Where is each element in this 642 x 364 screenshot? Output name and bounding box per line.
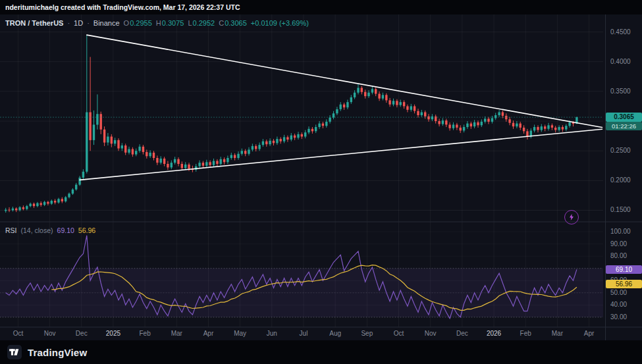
- change-value: +0.0109 (+3.69%): [251, 19, 309, 27]
- time-axis-label: Feb: [139, 330, 150, 337]
- separator-dot: ·: [87, 19, 90, 27]
- time-axis-label: Mar: [552, 330, 563, 337]
- close-value: 0.3065: [225, 19, 247, 27]
- rsi-axis-label: 80.00: [610, 252, 627, 260]
- trendline-upper[interactable]: [87, 35, 602, 127]
- time-axis-label: 2026: [487, 330, 501, 337]
- time-axis[interactable]: OctNovDec2025FebMarAprMayJunJulAugSepOct…: [0, 327, 642, 340]
- rsi-ma-badge: 56.96: [606, 280, 642, 288]
- time-axis-label: Dec: [456, 330, 468, 337]
- time-axis-label: Nov: [425, 330, 437, 337]
- price-axis-label: 0.2500: [610, 147, 631, 155]
- rsi-value: 69.10: [57, 226, 74, 234]
- rsi-axis-label: 40.00: [610, 301, 627, 309]
- footer: TradingView: [0, 340, 642, 364]
- ohlc-close: C0.3065: [219, 19, 247, 27]
- price-axis-label: 0.4000: [610, 58, 631, 66]
- symbol-title[interactable]: TRON / TetherUS: [5, 19, 63, 27]
- rsi-value-badge: 69.10: [606, 265, 642, 274]
- open-label: O: [124, 19, 130, 27]
- time-axis-label: Oct: [13, 330, 24, 337]
- tradingview-wordmark[interactable]: TradingView: [28, 347, 87, 358]
- close-label: C: [219, 19, 224, 27]
- separator-dot: ·: [67, 19, 70, 27]
- rsi-params: (14, close): [21, 226, 53, 234]
- symbol-header: TRON / TetherUS · 1D · Binance O0.2955 H…: [5, 19, 309, 27]
- low-value: 0.2952: [193, 19, 215, 27]
- attribution-bar: nderitumichaelg created with TradingView…: [0, 0, 642, 14]
- lightning-icon: [568, 213, 575, 221]
- boost-icon[interactable]: [564, 210, 579, 224]
- time-axis-label: Apr: [203, 330, 214, 337]
- time-axis-label: Feb: [520, 330, 531, 337]
- chart-area: TRON / TetherUS · 1D · Binance O0.2955 H…: [0, 14, 642, 340]
- tradingview-chart-export: nderitumichaelg created with TradingView…: [0, 0, 642, 364]
- time-axis-label: Sep: [361, 330, 373, 337]
- price-axis-label: 0.1500: [610, 206, 631, 214]
- time-axis-label: Apr: [584, 330, 595, 337]
- time-axis-label: 2025: [106, 330, 120, 337]
- interval-label[interactable]: 1D: [74, 19, 83, 27]
- rsi-axis-label: 30.00: [610, 313, 627, 321]
- exchange-label: Binance: [94, 19, 120, 27]
- rsi-indicator-title[interactable]: RSI: [5, 226, 17, 234]
- price-axis-label: 0.4500: [610, 28, 631, 36]
- ohlc-open: O0.2955: [124, 19, 152, 27]
- price-axis-label: 0.3500: [610, 88, 631, 95]
- time-axis-label: Mar: [171, 330, 182, 337]
- ohlc-low: L0.2952: [188, 19, 215, 27]
- high-value: 0.3075: [162, 19, 184, 27]
- rsi-axis-label: 50.00: [610, 289, 627, 297]
- time-axis-label: Jun: [267, 330, 277, 337]
- time-axis-label: Jul: [300, 330, 308, 337]
- time-axis-label: Oct: [394, 330, 404, 337]
- rsi-axis-label: 100.00: [610, 228, 631, 236]
- high-label: H: [156, 19, 161, 27]
- rsi-ma-value: 56.96: [78, 226, 95, 234]
- time-axis-label: Dec: [76, 330, 88, 337]
- price-axis-label: 0.2000: [610, 176, 631, 184]
- rsi-header: RSI (14, close) 69.10 56.96: [5, 226, 95, 234]
- low-label: L: [188, 19, 192, 27]
- time-axis-label: May: [234, 330, 246, 337]
- time-axis-label: Nov: [44, 330, 56, 337]
- open-value: 0.2955: [130, 19, 152, 27]
- countdown-badge: 01:22:26: [606, 122, 642, 130]
- tradingview-logo-icon[interactable]: [7, 345, 22, 359]
- rsi-band: [0, 269, 603, 317]
- last-price-badge: 0.3065: [606, 113, 642, 122]
- time-axis-label: Aug: [329, 330, 341, 337]
- trendline-lower[interactable]: [80, 129, 602, 180]
- chart-canvas[interactable]: [0, 14, 642, 340]
- ohlc-high: H0.3075: [156, 19, 184, 27]
- rsi-axis-label: 90.00: [610, 240, 627, 248]
